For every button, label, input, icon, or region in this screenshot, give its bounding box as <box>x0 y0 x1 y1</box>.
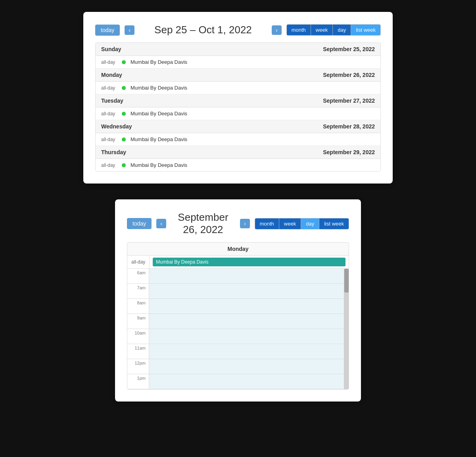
time-label-9am: 9am <box>127 314 149 329</box>
event-dot-icon-wed <box>122 138 126 141</box>
top-today-button[interactable]: today <box>95 25 120 36</box>
time-label-7am: 7am <box>127 284 149 298</box>
day-header-thursday: Thursday September 29, 2022 <box>96 146 380 159</box>
bottom-view-group: month week day list week <box>255 218 349 229</box>
day-name-thursday: Thursday <box>101 149 126 155</box>
top-list-calendar: Sunday September 25, 2022 all-day Mumbai… <box>95 42 381 172</box>
top-calendar-title: Sep 25 – Oct 1, 2022 <box>154 24 252 36</box>
allday-event-bar[interactable]: Mumbai By Deepa Davis <box>153 258 345 266</box>
time-row-11am: 11am <box>127 344 344 359</box>
event-title-sunday-1: Mumbai By Deepa Davis <box>131 59 187 65</box>
scrollbar-thumb[interactable] <box>344 269 349 293</box>
time-row-8am: 8am <box>127 299 344 314</box>
day-date-tuesday: September 27, 2022 <box>323 98 375 104</box>
top-view-listweek[interactable]: list week <box>351 25 380 35</box>
all-day-label: all-day <box>101 59 117 65</box>
day-date-thursday: September 29, 2022 <box>323 149 375 155</box>
bottom-today-button[interactable]: today <box>127 218 152 229</box>
time-label-10am: 10am <box>127 329 149 344</box>
event-dot-icon <box>122 60 126 64</box>
event-dot-icon-tue <box>122 112 126 116</box>
all-day-label-wed: all-day <box>101 137 117 142</box>
time-cell-7am[interactable] <box>149 284 344 298</box>
bottom-view-day[interactable]: day <box>301 218 319 229</box>
scrollbar[interactable] <box>344 269 349 389</box>
bottom-next-button[interactable]: › <box>240 219 250 228</box>
day-header-sunday: Sunday September 25, 2022 <box>96 43 380 56</box>
day-header-tuesday: Tuesday September 27, 2022 <box>96 94 380 107</box>
time-cell-1pm[interactable] <box>149 374 344 389</box>
time-row-7am: 7am <box>127 284 344 299</box>
time-cell-10am[interactable] <box>149 329 344 344</box>
event-row-sunday-1[interactable]: all-day Mumbai By Deepa Davis <box>96 56 380 69</box>
top-next-button[interactable]: › <box>272 25 282 35</box>
time-row-9am: 9am <box>127 314 344 329</box>
time-label-8am: 8am <box>127 299 149 314</box>
time-cell-8am[interactable] <box>149 299 344 314</box>
all-day-label-thu: all-day <box>101 163 117 168</box>
day-date-monday: September 26, 2022 <box>323 72 375 78</box>
time-grid[interactable]: 6am 7am 8am 9am 10am <box>127 269 349 389</box>
day-header-wednesday: Wednesday September 28, 2022 <box>96 120 380 133</box>
allday-event-cell[interactable]: Mumbai By Deepa Davis <box>150 256 349 268</box>
top-view-month[interactable]: month <box>287 25 311 35</box>
bottom-calendar-title: September 26, 2022 <box>178 211 228 235</box>
bottom-toolbar: today ‹ September 26, 2022 › month week … <box>127 211 349 236</box>
time-label-1pm: 1pm <box>127 374 149 389</box>
event-row-tuesday-1[interactable]: all-day Mumbai By Deepa Davis <box>96 107 380 120</box>
day-header-monday: Monday September 26, 2022 <box>96 69 380 82</box>
bottom-view-week[interactable]: week <box>279 218 301 229</box>
event-title-monday-1: Mumbai By Deepa Davis <box>131 85 187 91</box>
day-name-tuesday: Tuesday <box>101 98 123 104</box>
bottom-title-container: September 26, 2022 <box>171 211 235 236</box>
top-title-container: Sep 25 – Oct 1, 2022 <box>139 24 267 36</box>
event-title-wednesday-1: Mumbai By Deepa Davis <box>131 136 187 142</box>
event-row-monday-1[interactable]: all-day Mumbai By Deepa Davis <box>96 82 380 94</box>
top-view-week[interactable]: week <box>311 25 333 35</box>
event-title-thursday-1: Mumbai By Deepa Davis <box>131 162 187 168</box>
time-cell-9am[interactable] <box>149 314 344 329</box>
time-cell-11am[interactable] <box>149 344 344 359</box>
bottom-view-month[interactable]: month <box>255 218 279 229</box>
time-row-12pm: 12pm <box>127 359 344 374</box>
bottom-view-listweek[interactable]: list week <box>319 218 349 229</box>
bottom-day-view: Monday all-day Mumbai By Deepa Davis 6am… <box>127 242 349 390</box>
allday-row: all-day Mumbai By Deepa Davis <box>127 256 349 269</box>
all-day-label-tue: all-day <box>101 111 117 117</box>
event-dot-icon-mon <box>122 86 126 90</box>
all-day-label-mon: all-day <box>101 85 117 91</box>
top-prev-button[interactable]: ‹ <box>125 25 134 35</box>
time-label-12pm: 12pm <box>127 359 149 374</box>
event-row-thursday-1[interactable]: all-day Mumbai By Deepa Davis <box>96 159 380 171</box>
allday-row-label: all-day <box>127 256 150 268</box>
time-cell-6am[interactable] <box>149 269 344 283</box>
day-name-sunday: Sunday <box>101 46 121 52</box>
time-row-1pm: 1pm <box>127 374 344 389</box>
top-view-day[interactable]: day <box>333 25 351 35</box>
time-label-11am: 11am <box>127 344 149 359</box>
day-name-wednesday: Wednesday <box>101 123 132 130</box>
day-view-column-header: Monday <box>127 243 349 256</box>
bottom-prev-button[interactable]: ‹ <box>156 219 166 228</box>
time-cell-12pm[interactable] <box>149 359 344 374</box>
top-toolbar: today ‹ Sep 25 – Oct 1, 2022 › month wee… <box>95 24 381 36</box>
event-row-wednesday-1[interactable]: all-day Mumbai By Deepa Davis <box>96 133 380 146</box>
event-dot-icon-thu <box>122 163 126 167</box>
day-date-wednesday: September 28, 2022 <box>323 123 375 130</box>
bottom-calendar-card: today ‹ September 26, 2022 › month week … <box>115 199 361 402</box>
time-slots-container: 6am 7am 8am 9am 10am <box>127 269 344 389</box>
top-calendar-card: today ‹ Sep 25 – Oct 1, 2022 › month wee… <box>83 12 393 184</box>
time-row-6am: 6am <box>127 269 344 284</box>
time-row-10am: 10am <box>127 329 344 344</box>
day-date-sunday: September 25, 2022 <box>323 46 375 52</box>
day-name-monday: Monday <box>101 72 122 78</box>
time-label-6am: 6am <box>127 269 149 283</box>
top-view-group: month week day list week <box>286 24 381 36</box>
event-title-tuesday-1: Mumbai By Deepa Davis <box>131 111 187 117</box>
